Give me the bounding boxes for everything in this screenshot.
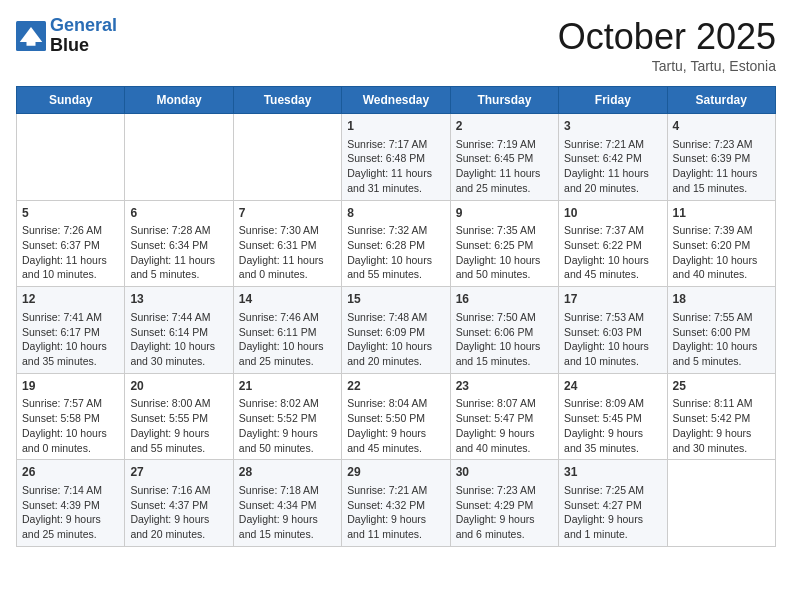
calendar-cell: 24Sunrise: 8:09 AM Sunset: 5:45 PM Dayli… [559,373,667,460]
day-info: Sunrise: 7:50 AM Sunset: 6:06 PM Dayligh… [456,310,553,369]
page-header: General Blue October 2025 Tartu, Tartu, … [16,16,776,74]
calendar-cell: 20Sunrise: 8:00 AM Sunset: 5:55 PM Dayli… [125,373,233,460]
day-number: 23 [456,378,553,395]
calendar-cell: 21Sunrise: 8:02 AM Sunset: 5:52 PM Dayli… [233,373,341,460]
day-info: Sunrise: 7:25 AM Sunset: 4:27 PM Dayligh… [564,483,661,542]
day-number: 27 [130,464,227,481]
day-info: Sunrise: 8:02 AM Sunset: 5:52 PM Dayligh… [239,396,336,455]
day-number: 22 [347,378,444,395]
calendar-cell: 11Sunrise: 7:39 AM Sunset: 6:20 PM Dayli… [667,200,775,287]
day-number: 4 [673,118,770,135]
day-number: 20 [130,378,227,395]
day-info: Sunrise: 7:39 AM Sunset: 6:20 PM Dayligh… [673,223,770,282]
title-block: October 2025 Tartu, Tartu, Estonia [558,16,776,74]
calendar-cell: 31Sunrise: 7:25 AM Sunset: 4:27 PM Dayli… [559,460,667,547]
day-number: 12 [22,291,119,308]
calendar-cell [125,114,233,201]
day-info: Sunrise: 7:21 AM Sunset: 6:42 PM Dayligh… [564,137,661,196]
calendar-cell: 16Sunrise: 7:50 AM Sunset: 6:06 PM Dayli… [450,287,558,374]
calendar-body: 1Sunrise: 7:17 AM Sunset: 6:48 PM Daylig… [17,114,776,547]
calendar-cell: 4Sunrise: 7:23 AM Sunset: 6:39 PM Daylig… [667,114,775,201]
calendar-cell: 26Sunrise: 7:14 AM Sunset: 4:39 PM Dayli… [17,460,125,547]
day-info: Sunrise: 7:35 AM Sunset: 6:25 PM Dayligh… [456,223,553,282]
day-info: Sunrise: 7:46 AM Sunset: 6:11 PM Dayligh… [239,310,336,369]
calendar-cell: 6Sunrise: 7:28 AM Sunset: 6:34 PM Daylig… [125,200,233,287]
day-header: Wednesday [342,87,450,114]
day-info: Sunrise: 7:28 AM Sunset: 6:34 PM Dayligh… [130,223,227,282]
day-info: Sunrise: 7:55 AM Sunset: 6:00 PM Dayligh… [673,310,770,369]
calendar-cell: 25Sunrise: 8:11 AM Sunset: 5:42 PM Dayli… [667,373,775,460]
day-info: Sunrise: 7:44 AM Sunset: 6:14 PM Dayligh… [130,310,227,369]
day-number: 29 [347,464,444,481]
day-number: 25 [673,378,770,395]
day-header: Thursday [450,87,558,114]
calendar-cell [667,460,775,547]
day-info: Sunrise: 7:17 AM Sunset: 6:48 PM Dayligh… [347,137,444,196]
calendar-week: 19Sunrise: 7:57 AM Sunset: 5:58 PM Dayli… [17,373,776,460]
calendar-cell: 19Sunrise: 7:57 AM Sunset: 5:58 PM Dayli… [17,373,125,460]
day-number: 6 [130,205,227,222]
day-info: Sunrise: 7:37 AM Sunset: 6:22 PM Dayligh… [564,223,661,282]
logo-text: General Blue [50,16,117,56]
day-number: 30 [456,464,553,481]
calendar-cell: 17Sunrise: 7:53 AM Sunset: 6:03 PM Dayli… [559,287,667,374]
day-info: Sunrise: 7:53 AM Sunset: 6:03 PM Dayligh… [564,310,661,369]
day-info: Sunrise: 7:19 AM Sunset: 6:45 PM Dayligh… [456,137,553,196]
day-info: Sunrise: 7:57 AM Sunset: 5:58 PM Dayligh… [22,396,119,455]
day-number: 16 [456,291,553,308]
calendar-cell: 22Sunrise: 8:04 AM Sunset: 5:50 PM Dayli… [342,373,450,460]
day-number: 11 [673,205,770,222]
calendar-cell: 23Sunrise: 8:07 AM Sunset: 5:47 PM Dayli… [450,373,558,460]
day-header: Monday [125,87,233,114]
day-number: 1 [347,118,444,135]
calendar-cell: 29Sunrise: 7:21 AM Sunset: 4:32 PM Dayli… [342,460,450,547]
calendar-cell: 5Sunrise: 7:26 AM Sunset: 6:37 PM Daylig… [17,200,125,287]
calendar-week: 1Sunrise: 7:17 AM Sunset: 6:48 PM Daylig… [17,114,776,201]
day-header: Sunday [17,87,125,114]
day-info: Sunrise: 7:14 AM Sunset: 4:39 PM Dayligh… [22,483,119,542]
day-number: 26 [22,464,119,481]
day-number: 7 [239,205,336,222]
day-info: Sunrise: 7:23 AM Sunset: 6:39 PM Dayligh… [673,137,770,196]
day-info: Sunrise: 7:16 AM Sunset: 4:37 PM Dayligh… [130,483,227,542]
day-number: 17 [564,291,661,308]
day-info: Sunrise: 7:23 AM Sunset: 4:29 PM Dayligh… [456,483,553,542]
day-info: Sunrise: 7:26 AM Sunset: 6:37 PM Dayligh… [22,223,119,282]
day-number: 28 [239,464,336,481]
calendar-cell: 27Sunrise: 7:16 AM Sunset: 4:37 PM Dayli… [125,460,233,547]
calendar-table: SundayMondayTuesdayWednesdayThursdayFrid… [16,86,776,547]
calendar-cell [17,114,125,201]
calendar-cell: 28Sunrise: 7:18 AM Sunset: 4:34 PM Dayli… [233,460,341,547]
day-info: Sunrise: 8:07 AM Sunset: 5:47 PM Dayligh… [456,396,553,455]
day-number: 15 [347,291,444,308]
day-header: Tuesday [233,87,341,114]
page-title: October 2025 [558,16,776,58]
day-number: 14 [239,291,336,308]
calendar-cell: 8Sunrise: 7:32 AM Sunset: 6:28 PM Daylig… [342,200,450,287]
svg-rect-2 [27,42,36,46]
day-info: Sunrise: 7:48 AM Sunset: 6:09 PM Dayligh… [347,310,444,369]
day-number: 13 [130,291,227,308]
calendar-header: SundayMondayTuesdayWednesdayThursdayFrid… [17,87,776,114]
day-number: 19 [22,378,119,395]
calendar-cell [233,114,341,201]
calendar-cell: 1Sunrise: 7:17 AM Sunset: 6:48 PM Daylig… [342,114,450,201]
day-number: 8 [347,205,444,222]
day-header: Friday [559,87,667,114]
calendar-cell: 7Sunrise: 7:30 AM Sunset: 6:31 PM Daylig… [233,200,341,287]
calendar-cell: 13Sunrise: 7:44 AM Sunset: 6:14 PM Dayli… [125,287,233,374]
day-number: 10 [564,205,661,222]
day-number: 21 [239,378,336,395]
day-number: 9 [456,205,553,222]
day-number: 2 [456,118,553,135]
day-info: Sunrise: 8:09 AM Sunset: 5:45 PM Dayligh… [564,396,661,455]
day-number: 5 [22,205,119,222]
day-info: Sunrise: 7:41 AM Sunset: 6:17 PM Dayligh… [22,310,119,369]
calendar-cell: 2Sunrise: 7:19 AM Sunset: 6:45 PM Daylig… [450,114,558,201]
day-header: Saturday [667,87,775,114]
calendar-cell: 12Sunrise: 7:41 AM Sunset: 6:17 PM Dayli… [17,287,125,374]
day-number: 3 [564,118,661,135]
calendar-cell: 15Sunrise: 7:48 AM Sunset: 6:09 PM Dayli… [342,287,450,374]
calendar-week: 12Sunrise: 7:41 AM Sunset: 6:17 PM Dayli… [17,287,776,374]
day-info: Sunrise: 7:21 AM Sunset: 4:32 PM Dayligh… [347,483,444,542]
